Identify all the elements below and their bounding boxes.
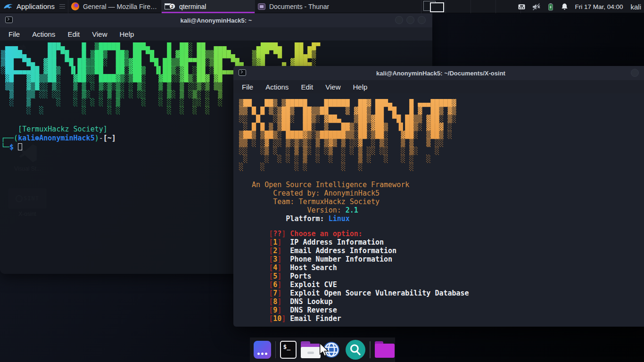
terminal-prompt-icon: $_: [283, 343, 290, 350]
dock-item-file-manager[interactable]: [301, 341, 317, 358]
firefox-icon: [71, 2, 79, 10]
menu-option-1: [1]IP Address Information: [239, 238, 644, 247]
platform-line: Platform: Linux: [239, 214, 644, 223]
task-qterminal[interactable]: 2 qterminal: [161, 0, 255, 13]
tagline: An Open Source Intelligence Framework: [239, 181, 644, 189]
dock-item-folder-purple[interactable]: [375, 341, 391, 358]
window-preview: [430, 2, 444, 12]
dock-item-search[interactable]: [346, 340, 365, 360]
terminal-icon: [239, 69, 246, 76]
terminal-cursor: [18, 143, 22, 150]
menu-option-8: [8]DNS Lookup: [239, 297, 644, 306]
system-tray: Fri 17 Mar, 04:00 kali: [518, 0, 641, 13]
window-icon: 2: [165, 3, 173, 10]
desktop: Trash Visual St... SINT X-osint kali@Ano…: [0, 0, 644, 362]
menu-item-view[interactable]: View: [325, 83, 340, 91]
kali-logo-icon: [3, 3, 13, 10]
menu-option-10: [10]Email Finder: [239, 314, 644, 323]
version-line: Version: 2.1: [239, 206, 644, 214]
menu-item-view[interactable]: View: [92, 30, 107, 38]
thunar-icon: [258, 3, 265, 10]
maximize-button[interactable]: [406, 16, 414, 24]
dock-item-desktop[interactable]: [254, 341, 271, 359]
dock-separator: [370, 341, 371, 358]
menu-option-3: [3]Phone Number Information: [239, 255, 644, 263]
close-button[interactable]: [418, 16, 426, 24]
battery-icon[interactable]: [547, 3, 554, 11]
terminal-icon: [5, 16, 13, 23]
titlebar-front[interactable]: kali@AnonyminHack5: ~/Documents/X-osint: [233, 66, 644, 80]
applications-menu[interactable]: Applications: [0, 0, 58, 13]
volume-muted-icon[interactable]: [532, 3, 541, 11]
terminal-body-front[interactable]: ▒██ ██▒ ▒█████ ██████ ██▓ ███▄ █ ▄▄▄████…: [233, 93, 644, 327]
workspace-2[interactable]: [446, 0, 471, 13]
minimize-button[interactable]: [631, 69, 639, 77]
window-terminal-front: kali@AnonyminHack5: ~/Documents/X-osint …: [233, 66, 644, 327]
titlebar-back[interactable]: kali@AnonyminHack5: ~: [0, 13, 432, 27]
menu-option-6: [6]Exploit CVE: [239, 280, 644, 289]
window-title: kali@AnonyminHack5: ~/Documents/X-osint: [233, 70, 644, 77]
top-panel: Applications General — Mozilla Firefox 2…: [0, 0, 644, 13]
menubar-back: File Actions Edit View Help: [0, 27, 432, 41]
mouse-cursor: [319, 343, 330, 357]
workspace-3[interactable]: [471, 0, 496, 13]
menu-item-actions[interactable]: Actions: [32, 30, 55, 38]
menu-item-help[interactable]: Help: [353, 83, 367, 91]
notifications-bell-icon[interactable]: [561, 3, 569, 11]
tool-info: An Open Source Intelligence Framework Cr…: [239, 181, 644, 223]
menu-option-9: [9]DNS Reverse: [239, 306, 644, 314]
window-list-handle-icon[interactable]: [59, 4, 65, 9]
clock[interactable]: Fri 17 Mar, 04:00: [575, 3, 623, 10]
window-count-badge: 2: [169, 3, 175, 9]
workspace-4[interactable]: [496, 0, 521, 13]
menu-option-7: [7]Exploit Open Source Vulnerability Dat…: [239, 289, 644, 297]
ascii-banner-xosint: ▒██ ██▒ ▒█████ ██████ ██▓ ███▄ █ ▄▄▄████…: [239, 99, 644, 171]
menu-option-5: [5]Ports: [239, 272, 644, 280]
task-thunar[interactable]: Documents - Thunar: [255, 0, 348, 13]
applications-label: Applications: [17, 2, 55, 10]
username: kali: [630, 3, 641, 11]
dock-separator: [275, 341, 276, 358]
menubar-front: File Actions Edit View Help: [233, 80, 644, 93]
menu-option-2: [2]Email Address Information: [239, 247, 644, 255]
menu-item-help[interactable]: Help: [119, 30, 134, 38]
options-header: [??]Choose an option:: [239, 230, 644, 238]
menu-item-actions[interactable]: Actions: [265, 83, 289, 91]
menu-item-edit[interactable]: Edit: [67, 30, 80, 38]
team-line: Team: TermuxHackz Society: [239, 197, 644, 206]
minimize-button[interactable]: [395, 16, 403, 24]
options-menu: [??]Choose an option: [1]IP Address Info…: [239, 230, 644, 323]
search-icon: [346, 340, 365, 360]
workspace-pager: [421, 0, 521, 13]
workspace-1[interactable]: [421, 0, 446, 13]
menu-option-4: [4]Host Search: [239, 263, 644, 272]
task-firefox[interactable]: General — Mozilla Firefox: [68, 0, 161, 13]
menu-item-file[interactable]: File: [8, 30, 20, 38]
created-by-line: Created by: AnonyminHack5: [239, 189, 644, 197]
dots-icon: [257, 353, 260, 355]
network-icon[interactable]: [518, 3, 526, 11]
menu-item-edit[interactable]: Edit: [301, 83, 313, 91]
dock-item-terminal[interactable]: $_: [280, 341, 297, 359]
window-title: kali@AnonyminHack5: ~: [0, 17, 432, 24]
menu-item-file[interactable]: File: [242, 83, 253, 91]
